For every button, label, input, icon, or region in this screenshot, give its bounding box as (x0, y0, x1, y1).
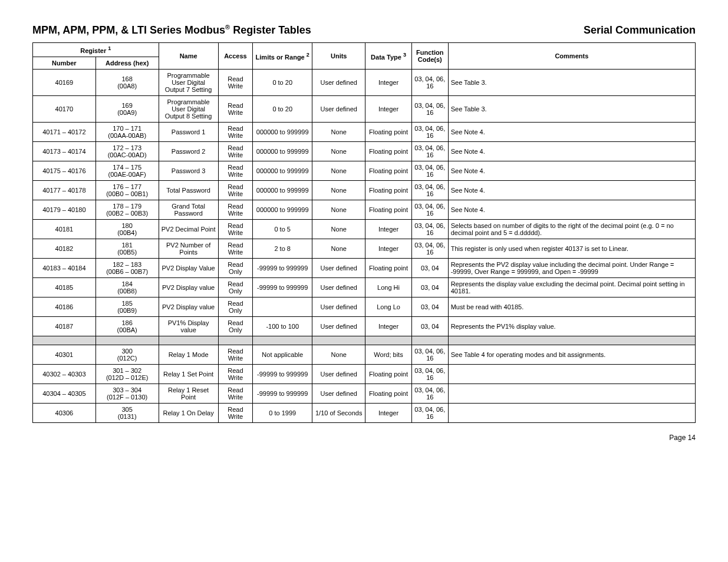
addr-dec: 168 (98, 75, 156, 82)
table-row: 40304 – 40305303 – 304(012F – 0130)Relay… (33, 384, 696, 403)
cell-access: Read Only (218, 316, 252, 336)
th-limits: Limits or Range 2 (253, 43, 312, 70)
addr-hex: (00AE-00AF) (98, 171, 156, 178)
cell-name: Relay 1 Reset Point (159, 384, 218, 403)
cell-address: 305(0131) (95, 403, 159, 422)
table-row: 40177 – 40178176 – 177(00B0 – 00B1)Total… (33, 180, 696, 200)
cell-address: 303 – 304(012F – 0130) (95, 384, 159, 403)
cell-address: 178 – 179(00B2 – 00B3) (95, 200, 159, 219)
addr-dec: 184 (98, 280, 156, 287)
table-row: 40183 – 40184182 – 183(00B6 – 00B7)PV2 D… (33, 258, 696, 277)
cell-name: Password 2 (159, 141, 218, 161)
cell-comments: See Note 4. (448, 161, 695, 180)
addr-hex: (00A9) (98, 109, 156, 116)
cell-units: None (312, 122, 365, 141)
page-footer: Page 14 (32, 434, 696, 442)
cell-function-codes: 03, 04, 06, 16 (411, 161, 448, 180)
cell-function-codes: 03, 04, 06, 16 (411, 122, 448, 141)
addr-dec: 174 – 175 (98, 164, 156, 171)
table-row (33, 336, 696, 345)
addr-dec: 182 – 183 (98, 261, 156, 268)
addr-dec: 186 (98, 319, 156, 326)
table-row: 40306305(0131)Relay 1 On DelayRead Write… (33, 403, 696, 422)
cell-number: 40173 – 40174 (33, 141, 96, 161)
cell-number: 40170 (33, 95, 96, 122)
cell-units: None (312, 161, 365, 180)
table-body: 40169168(00A8)Programmable User Digital … (33, 69, 696, 422)
cell-name: Password 3 (159, 161, 218, 180)
cell-access: Read Write (218, 122, 252, 141)
cell-units: None (312, 200, 365, 219)
addr-dec: 300 (98, 348, 156, 355)
cell-units: User defined (312, 258, 365, 277)
addr-dec: 301 – 302 (98, 367, 156, 374)
cell-range: -99999 to 999999 (253, 258, 312, 277)
cell-name: PV1% Display value (159, 316, 218, 336)
cell-units: None (312, 345, 365, 364)
addr-dec: 185 (98, 300, 156, 307)
title-suffix: Register Tables (230, 24, 311, 36)
cell-data-type: Integer (365, 239, 412, 258)
cell-address: 181(00B5) (95, 239, 159, 258)
cell-units: None (312, 239, 365, 258)
cell-number: 40304 – 40305 (33, 384, 96, 403)
page-header: MPM, APM, PPM, & LTI Series Modbus® Regi… (32, 24, 696, 37)
cell-range: 0 to 20 (253, 95, 312, 122)
cell-address: 180(00B4) (95, 219, 159, 239)
cell-range: 000000 to 999999 (253, 122, 312, 141)
th-number: Number (33, 57, 96, 69)
cell-address: 170 – 171(00AA-00AB) (95, 122, 159, 141)
cell-comments: Must be read with 40185. (448, 297, 695, 316)
cell-data-type: Floating point (365, 180, 412, 200)
cell-comments (448, 403, 695, 422)
cell-access: Read Write (218, 403, 252, 422)
spacer-cell (33, 336, 96, 345)
cell-data-type: Floating point (365, 141, 412, 161)
addr-dec: 180 (98, 222, 156, 229)
cell-range: 000000 to 999999 (253, 180, 312, 200)
cell-comments: Represents the PV2 display value includi… (448, 258, 695, 277)
cell-data-type: Integer (365, 316, 412, 336)
cell-address: 172 – 173(00AC-00AD) (95, 141, 159, 161)
table-row: 40175 – 40176174 – 175(00AE-00AF)Passwor… (33, 161, 696, 180)
cell-number: 40306 (33, 403, 96, 422)
cell-number: 40186 (33, 297, 96, 316)
cell-comments (448, 364, 695, 384)
cell-number: 40179 – 40180 (33, 200, 96, 219)
cell-address: 185(00B9) (95, 297, 159, 316)
cell-data-type: Floating point (365, 122, 412, 141)
cell-address: 186(00BA) (95, 316, 159, 336)
th-comments: Comments (448, 43, 695, 70)
cell-range: Not applicable (253, 345, 312, 364)
cell-name: Programmable User Digital Output 7 Setti… (159, 69, 218, 95)
table-row: 40185184(00B8)PV2 Display valueRead Only… (33, 277, 696, 297)
spacer-cell (95, 336, 159, 345)
addr-hex: (00B8) (98, 287, 156, 295)
cell-address: 300(012C) (95, 345, 159, 364)
table-row: 40169168(00A8)Programmable User Digital … (33, 69, 696, 95)
cell-range: -99999 to 999999 (253, 364, 312, 384)
cell-address: 174 – 175(00AE-00AF) (95, 161, 159, 180)
cell-function-codes: 03, 04, 06, 16 (411, 239, 448, 258)
spacer-cell (411, 336, 448, 345)
cell-units: User defined (312, 69, 365, 95)
th-data-type: Data Type 3 (365, 43, 412, 70)
cell-access: Read Write (218, 384, 252, 403)
cell-access: Read Write (218, 200, 252, 219)
cell-data-type: Word; bits (365, 345, 412, 364)
cell-access: Read Write (218, 219, 252, 239)
cell-units: None (312, 180, 365, 200)
table-row: 40186185(00B9)PV2 Display valueRead Only… (33, 297, 696, 316)
cell-units: User defined (312, 384, 365, 403)
cell-access: Read Write (218, 364, 252, 384)
addr-hex: (0131) (98, 413, 156, 420)
th-address: Address (hex) (95, 57, 159, 69)
th-name: Name (159, 43, 218, 70)
cell-address: 184(00B8) (95, 277, 159, 297)
cell-range: 000000 to 999999 (253, 141, 312, 161)
cell-data-type: Integer (365, 95, 412, 122)
cell-data-type: Floating point (365, 200, 412, 219)
cell-data-type: Floating point (365, 364, 412, 384)
table-row: 40173 – 40174172 – 173(00AC-00AD)Passwor… (33, 141, 696, 161)
cell-name: PV2 Display value (159, 277, 218, 297)
